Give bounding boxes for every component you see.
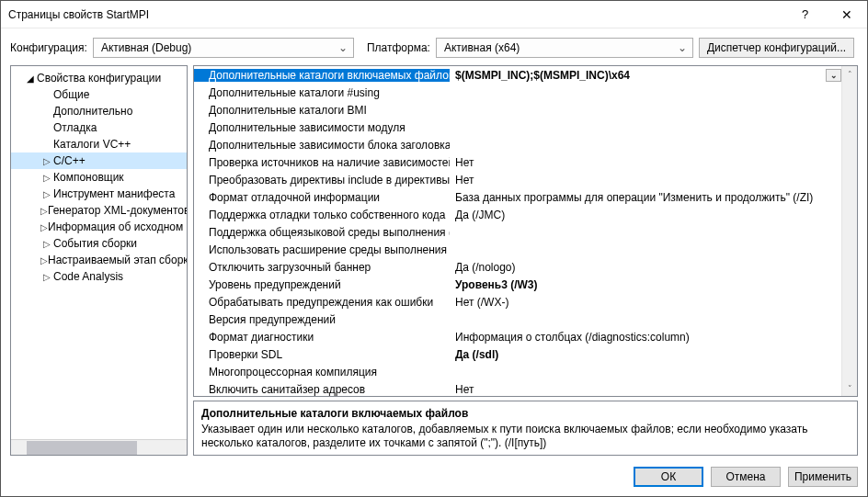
property-row[interactable]: Дополнительные каталоги BMI	[194, 101, 841, 119]
tree-hscrollbar[interactable]	[11, 439, 187, 455]
tree-item-browse-info[interactable]: ▷Информация об исходном коде	[11, 219, 187, 235]
expand-icon: ▷	[40, 189, 53, 199]
dropdown-button[interactable]: ⌄	[826, 69, 841, 82]
property-name: Использовать расширение среды выполнения…	[194, 243, 450, 256]
scroll-up-icon[interactable]: ˄	[842, 66, 857, 82]
property-row[interactable]: Поддержка отладки только собственного ко…	[194, 206, 841, 223]
expand-icon: ▷	[40, 173, 53, 183]
tree-item-custom-build[interactable]: ▷Настраиваемый этап сборки	[11, 252, 187, 268]
apply-button[interactable]: Применить	[788, 467, 858, 487]
property-row[interactable]: Проверка источников на наличие зависимос…	[194, 153, 841, 171]
window-title: Страницы свойств StartMPI	[8, 8, 784, 21]
property-grid: Дополнительные каталоги включаемых файло…	[193, 65, 858, 397]
expand-icon: ▷	[40, 222, 48, 232]
property-name: Уровень предупреждений	[194, 278, 450, 291]
property-value[interactable]: Информация о столбцах (/diagnostics:colu…	[450, 331, 841, 344]
expand-icon: ▷	[40, 206, 48, 216]
property-row[interactable]: Формат отладочной информацииБаза данных …	[194, 188, 841, 206]
cancel-button[interactable]: Отмена	[711, 467, 781, 487]
property-value[interactable]: Да (/nologo)	[450, 261, 841, 274]
property-name: Отключить загрузочный баннер	[194, 261, 450, 274]
property-name: Формат отладочной информации	[194, 191, 450, 204]
property-name: Включить санитайзер адресов	[194, 383, 450, 396]
property-pages-dialog: Страницы свойств StartMPI ? ✕ Конфигурац…	[0, 0, 868, 497]
nav-tree: ◢ Свойства конфигурации Общие Дополнител…	[10, 65, 188, 456]
property-value[interactable]: База данных программы для операции "Изме…	[450, 191, 841, 204]
config-manager-button[interactable]: Диспетчер конфигураций...	[699, 38, 854, 58]
tree-item-debugging[interactable]: Отладка	[11, 119, 187, 136]
property-row[interactable]: Версия предупреждений	[194, 311, 841, 328]
tree-item-build-events[interactable]: ▷События сборки	[11, 235, 187, 252]
property-row[interactable]: Уровень предупрежденийУровень3 (/W3)	[194, 276, 841, 293]
expand-icon: ▷	[40, 255, 48, 265]
close-button[interactable]: ✕	[826, 1, 867, 28]
property-value[interactable]: Да (/sdl)	[450, 348, 841, 361]
tree-item-manifest[interactable]: ▷Инструмент манифеста	[11, 186, 187, 202]
property-name: Поддержка отладки только собственного ко…	[194, 209, 450, 221]
platform-label: Платформа:	[367, 41, 430, 54]
property-row[interactable]: Формат диагностикиИнформация о столбцах …	[194, 328, 841, 345]
property-row[interactable]: Включить санитайзер адресовНет	[194, 380, 841, 396]
property-value[interactable]: Нет	[450, 156, 841, 169]
tree-item-linker[interactable]: ▷Компоновщик	[11, 169, 187, 186]
property-value[interactable]: $(MSMPI_INC);$(MSMPI_INC)\x64⌄	[450, 69, 841, 82]
dialog-buttons: ОК Отмена Применить	[1, 461, 867, 496]
property-row[interactable]: Многопроцессорная компиляция	[194, 363, 841, 380]
property-row[interactable]: Проверки SDLДа (/sdl)	[194, 345, 841, 363]
config-toolbar: Конфигурация: Активная (Debug) ⌄ Платфор…	[1, 28, 867, 65]
property-name: Поддержка общеязыковой среды выполнения …	[194, 226, 450, 239]
property-grid-inner: Дополнительные каталоги включаемых файло…	[194, 66, 841, 396]
right-pane: Дополнительные каталоги включаемых файло…	[193, 65, 858, 456]
property-value[interactable]: Нет (/WX-)	[450, 296, 841, 309]
property-row[interactable]: Дополнительные зависимости блока заголов…	[194, 136, 841, 153]
property-name: Проверки SDL	[194, 348, 450, 361]
expand-icon: ▷	[40, 239, 53, 249]
window-controls: ? ✕	[784, 1, 867, 28]
property-name: Формат диагностики	[194, 331, 450, 344]
titlebar: Страницы свойств StartMPI ? ✕	[1, 1, 867, 28]
expand-icon: ◢	[24, 73, 37, 84]
tree-item-vc-dirs[interactable]: Каталоги VC++	[11, 136, 187, 152]
property-row[interactable]: Дополнительные каталоги #using	[194, 84, 841, 101]
main-area: ◢ Свойства конфигурации Общие Дополнител…	[1, 65, 867, 461]
property-row[interactable]: Обрабатывать предупреждения как ошибкиНе…	[194, 293, 841, 311]
platform-combo[interactable]: Активная (x64) ⌄	[436, 38, 693, 58]
property-name: Проверка источников на наличие зависимос…	[194, 156, 450, 169]
tree-root[interactable]: ◢ Свойства конфигурации	[11, 70, 187, 86]
property-row[interactable]: Дополнительные зависимости модуля	[194, 119, 841, 136]
scroll-down-icon[interactable]: ˅	[842, 380, 857, 396]
description-title: Дополнительные каталоги включаемых файло…	[201, 407, 850, 421]
tree-item-c-cpp[interactable]: ▷C/C++	[11, 152, 187, 169]
property-value[interactable]: Уровень3 (/W3)	[450, 278, 841, 291]
tree-item-general[interactable]: Общие	[11, 86, 187, 103]
tree-item-advanced[interactable]: Дополнительно	[11, 103, 187, 119]
configuration-combo[interactable]: Активная (Debug) ⌄	[93, 38, 354, 58]
property-name: Обрабатывать предупреждения как ошибки	[194, 296, 450, 309]
property-name: Дополнительные каталоги включаемых файло…	[194, 69, 450, 82]
property-name: Дополнительные зависимости блока заголов…	[194, 139, 450, 152]
tree-item-code-analysis[interactable]: ▷Code Analysis	[11, 268, 187, 285]
property-name: Дополнительные зависимости модуля	[194, 121, 450, 134]
configuration-value: Активная (Debug)	[101, 41, 337, 54]
property-row[interactable]: Дополнительные каталоги включаемых файло…	[194, 66, 841, 84]
property-value[interactable]: Нет	[450, 174, 841, 186]
configuration-label: Конфигурация:	[10, 41, 87, 54]
ok-button[interactable]: ОК	[634, 467, 703, 487]
property-row[interactable]: Преобразовать директивы include в директ…	[194, 171, 841, 188]
property-name: Версия предупреждений	[194, 313, 450, 326]
property-value[interactable]: Да (/JMC)	[450, 209, 841, 221]
description-panel: Дополнительные каталоги включаемых файло…	[193, 401, 858, 456]
property-name: Многопроцессорная компиляция	[194, 366, 450, 378]
help-button[interactable]: ?	[784, 1, 826, 28]
nav-tree-inner: ◢ Свойства конфигурации Общие Дополнител…	[11, 66, 187, 439]
tree-item-xml-gen[interactable]: ▷Генератор XML-документов	[11, 202, 187, 219]
property-row[interactable]: Поддержка общеязыковой среды выполнения …	[194, 223, 841, 241]
property-name: Дополнительные каталоги #using	[194, 86, 450, 99]
description-body: Указывает один или несколько каталогов, …	[201, 423, 850, 450]
property-row[interactable]: Использовать расширение среды выполнения…	[194, 241, 841, 258]
property-row[interactable]: Отключить загрузочный баннерДа (/nologo)	[194, 258, 841, 276]
property-value[interactable]: Нет	[450, 383, 841, 396]
grid-vscrollbar[interactable]: ˄ ˅	[841, 66, 857, 396]
property-name: Преобразовать директивы include в директ…	[194, 174, 450, 186]
scroll-thumb[interactable]	[27, 441, 137, 455]
